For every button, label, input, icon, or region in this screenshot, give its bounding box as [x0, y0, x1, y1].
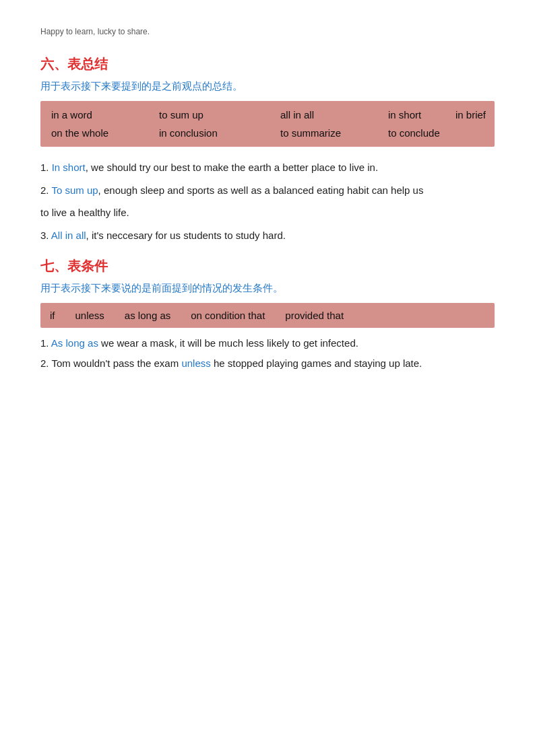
page: Happy to learn, lucky to share. 六、表总结 用于… — [0, 0, 535, 756]
phrase-in-brief: in brief — [453, 108, 520, 122]
example6-1-num: 1. — [40, 162, 52, 173]
section6-examples: 1. In short, we should try our best to m… — [40, 159, 495, 244]
phrase-in-a-word: in a word — [49, 108, 156, 122]
phrase-all-in-all: all in all — [278, 108, 385, 122]
section7-examples: 1. As long as we wear a mask, it will be… — [40, 335, 495, 372]
example6-2: 2. To sum up, enough sleep and sports as… — [40, 182, 495, 199]
example6-3-kw: All in all — [51, 230, 86, 241]
example6-1-kw: In short — [52, 162, 86, 173]
example6-2-num: 2. — [40, 184, 51, 196]
example6-2-kw: To sum up — [51, 184, 98, 196]
phrase-empty — [453, 126, 520, 140]
phrase7-if: if — [50, 310, 55, 321]
example7-1: 1. As long as we wear a mask, it will be… — [40, 335, 495, 352]
section6: 六、表总结 用于表示接下来要提到的是之前观点的总结。 in a word to … — [40, 55, 495, 244]
phrase7-unless: unless — [75, 310, 104, 321]
example6-1-rest: , we should try our best to make the ear… — [86, 162, 378, 173]
example6-3: 3. All in all, it's neccesary for us stu… — [40, 227, 495, 244]
phrase7-as-long-as: as long as — [125, 310, 170, 321]
phrase-to-sum-up: to sum up — [156, 108, 278, 122]
phrase-to-summarize: to summarize — [278, 126, 385, 140]
example7-1-kw: As long as — [51, 337, 98, 349]
example6-2b: to live a healthy life. — [40, 204, 495, 221]
example7-2: 2. Tom wouldn't pass the exam unless he … — [40, 355, 495, 372]
example7-2-num: 2. Tom wouldn't pass the exam — [40, 357, 181, 369]
phrase-in-short: in short — [385, 108, 453, 122]
section7-title: 七、表条件 — [40, 257, 495, 275]
example7-1-rest: we wear a mask, it will be much less lik… — [98, 337, 358, 349]
section7-phrase-table: if unless as long as on condition that p… — [40, 303, 495, 328]
phrase-on-the-whole: on the whole — [49, 126, 156, 140]
phrase7-on-condition-that: on condition that — [191, 310, 265, 321]
phrase7-provided-that: provided that — [285, 310, 344, 321]
example6-3-rest: , it's neccesary for us students to stud… — [86, 230, 286, 241]
example6-2b-text: to live a healthy life. — [40, 207, 129, 218]
example6-2-rest: , enough sleep and sports as well as a b… — [98, 184, 424, 196]
example6-1: 1. In short, we should try our best to m… — [40, 159, 495, 176]
section7-subtitle: 用于表示接下来要说的是前面提到的情况的发生条件。 — [40, 282, 495, 295]
section6-phrase-table: in a word to sum up all in all in short … — [40, 101, 495, 147]
section7: 七、表条件 用于表示接下来要说的是前面提到的情况的发生条件。 if unless… — [40, 257, 495, 372]
header-text: Happy to learn, lucky to share. — [40, 27, 495, 36]
example6-3-num: 3. — [40, 230, 51, 241]
section6-title: 六、表总结 — [40, 55, 495, 73]
example7-1-num: 1. — [40, 337, 51, 349]
section6-subtitle: 用于表示接下来要提到的是之前观点的总结。 — [40, 80, 495, 93]
phrase-to-conclude: to conclude — [385, 126, 453, 140]
phrase-in-conclusion: in conclusion — [156, 126, 278, 140]
example7-2-kw: unless — [181, 357, 210, 369]
example7-2-rest: he stopped playing games and staying up … — [211, 357, 422, 369]
